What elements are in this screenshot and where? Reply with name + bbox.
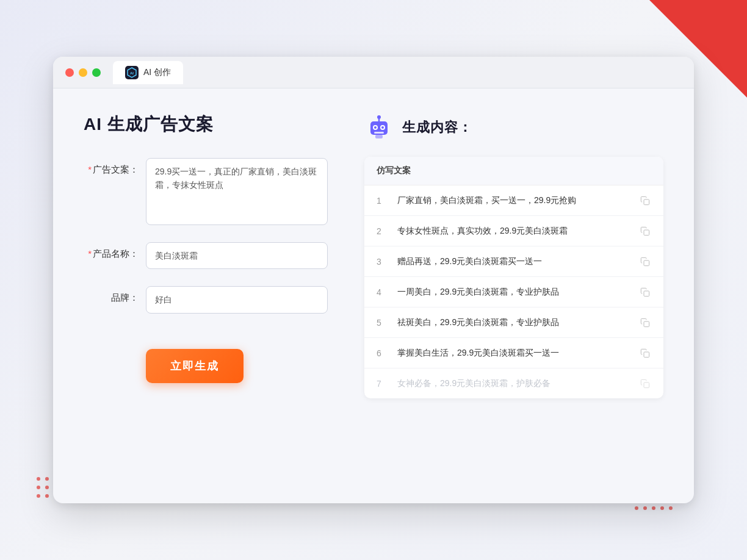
copy-icon-1[interactable]	[639, 195, 651, 207]
table-row: 6 掌握美白生活，29.9元美白淡斑霜买一送一	[364, 338, 663, 368]
svg-rect-12	[644, 230, 649, 235]
row-num-6: 6	[377, 348, 389, 358]
svg-text:AI: AI	[130, 71, 134, 75]
minimize-button[interactable]	[79, 68, 87, 77]
table-row: 1 厂家直销，美白淡斑霜，买一送一，29.9元抢购	[364, 185, 663, 216]
row-text-3: 赠品再送，29.9元美白淡斑霜买一送一	[397, 255, 630, 268]
table-row: 3 赠品再送，29.9元美白淡斑霜买一送一	[364, 246, 663, 277]
svg-point-7	[374, 126, 377, 129]
row-text-5: 祛斑美白，29.9元美白淡斑霜，专业护肤品	[397, 316, 630, 329]
svg-rect-9	[374, 132, 384, 134]
copy-icon-6[interactable]	[639, 347, 651, 359]
traffic-lights	[65, 68, 101, 77]
copy-icon-4[interactable]	[639, 286, 651, 298]
row-text-2: 专抹女性斑点，真实功效，29.9元美白淡斑霜	[397, 224, 630, 237]
table-row: 4 一周美白，29.9元美白淡斑霜，专业护肤品	[364, 277, 663, 307]
row-num-1: 1	[377, 196, 389, 206]
ad-copy-row: *广告文案： 29.9买一送一，真正的厂家直销，美白淡斑霜，专抹女性斑点	[84, 158, 328, 225]
brand-label: 品牌：	[84, 286, 139, 304]
robot-icon	[364, 113, 394, 142]
row-num-7: 7	[377, 379, 389, 389]
row-text-7: 女神必备，29.9元美白淡斑霜，护肤必备	[397, 377, 630, 390]
table-row: 5 祛斑美白，29.9元美白淡斑霜，专业护肤品	[364, 307, 663, 338]
svg-point-8	[381, 126, 384, 129]
app-window: AI AI 创作 AI 生成广告文案 *广告文案： 29.9买一送一，真正的厂家…	[53, 57, 694, 503]
row-text-4: 一周美白，29.9元美白淡斑霜，专业护肤品	[397, 285, 630, 298]
product-name-input[interactable]	[146, 242, 328, 269]
titlebar: AI AI 创作	[53, 57, 694, 88]
required-star-2: *	[88, 248, 92, 259]
row-text-6: 掌握美白生活，29.9元美白淡斑霜买一送一	[397, 346, 630, 359]
svg-rect-10	[375, 135, 383, 138]
page-title: AI 生成广告文案	[84, 113, 328, 136]
row-text-1: 厂家直销，美白淡斑霜，买一送一，29.9元抢购	[397, 194, 630, 207]
row-num-4: 4	[377, 287, 389, 297]
ad-copy-textarea[interactable]: 29.9买一送一，真正的厂家直销，美白淡斑霜，专抹女性斑点	[146, 158, 328, 225]
svg-rect-17	[644, 382, 649, 388]
required-star-1: *	[88, 164, 92, 174]
content-area: AI 生成广告文案 *广告文案： 29.9买一送一，真正的厂家直销，美白淡斑霜，…	[53, 88, 694, 503]
result-title: 生成内容：	[402, 118, 472, 137]
result-header: 生成内容：	[364, 113, 663, 142]
row-num-5: 5	[377, 318, 389, 328]
brand-input[interactable]	[146, 286, 328, 313]
svg-rect-16	[644, 352, 649, 357]
svg-rect-11	[644, 199, 649, 205]
brand-row: 品牌：	[84, 286, 328, 313]
copy-icon-5[interactable]	[639, 317, 651, 329]
row-num-3: 3	[377, 257, 389, 267]
close-button[interactable]	[65, 68, 74, 77]
tab-label: AI 创作	[143, 67, 171, 78]
table-row: 2 专抹女性斑点，真实功效，29.9元美白淡斑霜	[364, 216, 663, 246]
product-name-row: *产品名称：	[84, 242, 328, 269]
copy-icon-7[interactable]	[639, 378, 651, 390]
svg-rect-15	[644, 321, 649, 327]
copy-icon-2[interactable]	[639, 225, 651, 237]
svg-point-4	[377, 115, 381, 119]
result-table: 仿写文案 1 厂家直销，美白淡斑霜，买一送一，29.9元抢购 2 专抹女性斑点，…	[364, 157, 663, 398]
product-name-label: *产品名称：	[84, 242, 139, 260]
row-num-2: 2	[377, 226, 389, 236]
left-panel: AI 生成广告文案 *广告文案： 29.9买一送一，真正的厂家直销，美白淡斑霜，…	[84, 113, 328, 479]
table-header: 仿写文案	[364, 157, 663, 185]
svg-rect-14	[644, 291, 649, 296]
ad-copy-label: *广告文案：	[84, 158, 139, 176]
table-row-faded: 7 女神必备，29.9元美白淡斑霜，护肤必备	[364, 368, 663, 398]
ai-tab-icon: AI	[125, 66, 139, 79]
svg-rect-13	[644, 260, 649, 266]
ai-tab[interactable]: AI AI 创作	[113, 61, 183, 84]
maximize-button[interactable]	[92, 68, 101, 77]
right-panel: 生成内容： 仿写文案 1 厂家直销，美白淡斑霜，买一送一，29.9元抢购 2 专…	[364, 113, 663, 479]
copy-icon-3[interactable]	[639, 256, 651, 268]
generate-button[interactable]: 立即生成	[146, 349, 244, 383]
